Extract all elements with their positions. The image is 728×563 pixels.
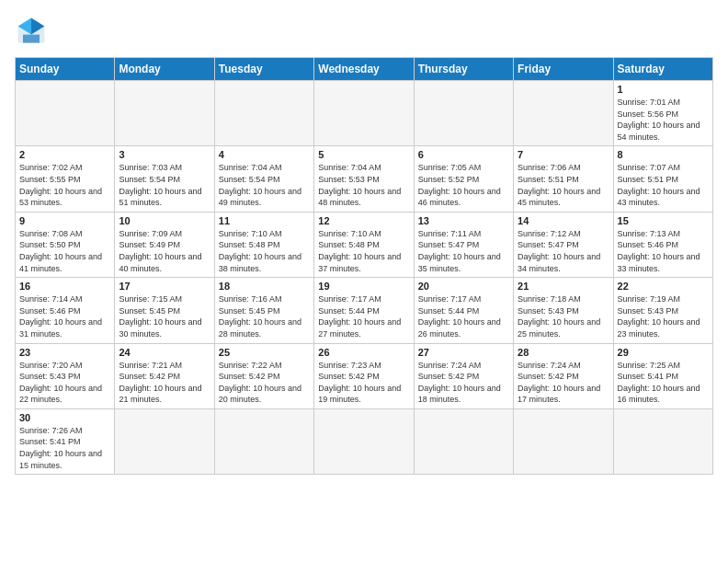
day-cell (514, 408, 613, 474)
day-number: 9 (19, 215, 110, 226)
day-cell: 18Sunrise: 7:16 AM Sunset: 5:45 PM Dayli… (214, 278, 313, 343)
day-cell: 19Sunrise: 7:17 AM Sunset: 5:44 PM Dayli… (314, 278, 414, 343)
day-cell: 17Sunrise: 7:15 AM Sunset: 5:45 PM Dayli… (115, 278, 214, 343)
day-info: Sunrise: 7:10 AM Sunset: 5:48 PM Dayligh… (318, 228, 409, 274)
day-info: Sunrise: 7:26 AM Sunset: 5:41 PM Dayligh… (19, 425, 110, 471)
day-cell (514, 81, 613, 146)
day-info: Sunrise: 7:23 AM Sunset: 5:42 PM Dayligh… (318, 360, 409, 406)
day-info: Sunrise: 7:13 AM Sunset: 5:46 PM Dayligh… (618, 228, 709, 274)
day-number: 7 (518, 149, 609, 160)
day-number: 27 (418, 347, 509, 358)
day-number: 17 (119, 281, 210, 292)
day-number: 6 (418, 149, 509, 160)
day-cell (414, 81, 513, 146)
day-number: 26 (318, 347, 409, 358)
week-row-5: 30Sunrise: 7:26 AM Sunset: 5:41 PM Dayli… (16, 408, 713, 474)
day-info: Sunrise: 7:18 AM Sunset: 5:43 PM Dayligh… (518, 293, 609, 339)
day-cell: 22Sunrise: 7:19 AM Sunset: 5:43 PM Dayli… (613, 278, 712, 343)
day-cell: 4Sunrise: 7:04 AM Sunset: 5:54 PM Daylig… (214, 146, 313, 212)
day-cell (314, 81, 414, 146)
day-info: Sunrise: 7:04 AM Sunset: 5:54 PM Dayligh… (219, 162, 310, 208)
day-cell (414, 408, 513, 474)
day-cell (314, 408, 414, 474)
day-cell (214, 408, 313, 474)
day-number: 14 (518, 215, 609, 226)
day-info: Sunrise: 7:20 AM Sunset: 5:43 PM Dayligh… (19, 360, 110, 406)
week-row-3: 16Sunrise: 7:14 AM Sunset: 5:46 PM Dayli… (16, 278, 713, 343)
day-cell: 26Sunrise: 7:23 AM Sunset: 5:42 PM Dayli… (314, 343, 414, 408)
day-number: 23 (19, 347, 110, 358)
weekday-header-friday: Friday (514, 58, 613, 81)
day-cell: 13Sunrise: 7:11 AM Sunset: 5:47 PM Dayli… (414, 212, 513, 277)
day-info: Sunrise: 7:02 AM Sunset: 5:55 PM Dayligh… (19, 162, 110, 208)
day-cell: 5Sunrise: 7:04 AM Sunset: 5:53 PM Daylig… (314, 146, 414, 212)
day-info: Sunrise: 7:12 AM Sunset: 5:47 PM Dayligh… (518, 228, 609, 274)
day-cell: 29Sunrise: 7:25 AM Sunset: 5:41 PM Dayli… (613, 343, 712, 408)
day-number: 21 (518, 281, 609, 292)
day-cell: 10Sunrise: 7:09 AM Sunset: 5:49 PM Dayli… (115, 212, 214, 277)
day-info: Sunrise: 7:08 AM Sunset: 5:50 PM Dayligh… (19, 228, 110, 274)
week-row-1: 2Sunrise: 7:02 AM Sunset: 5:55 PM Daylig… (16, 146, 713, 212)
day-info: Sunrise: 7:03 AM Sunset: 5:54 PM Dayligh… (119, 162, 210, 208)
day-number: 24 (119, 347, 210, 358)
day-number: 29 (618, 347, 709, 358)
weekday-header-sunday: Sunday (16, 58, 115, 81)
day-info: Sunrise: 7:01 AM Sunset: 5:56 PM Dayligh… (618, 97, 709, 143)
day-cell (115, 81, 214, 146)
day-number: 16 (19, 281, 110, 292)
day-number: 20 (418, 281, 509, 292)
day-cell: 12Sunrise: 7:10 AM Sunset: 5:48 PM Dayli… (314, 212, 414, 277)
day-info: Sunrise: 7:25 AM Sunset: 5:41 PM Dayligh… (618, 360, 709, 406)
day-number: 8 (618, 149, 709, 160)
day-number: 10 (119, 215, 210, 226)
day-number: 1 (618, 84, 709, 95)
general-blue-icon (15, 15, 48, 48)
day-cell: 27Sunrise: 7:24 AM Sunset: 5:42 PM Dayli… (414, 343, 513, 408)
weekday-header-saturday: Saturday (613, 58, 712, 81)
day-info: Sunrise: 7:10 AM Sunset: 5:48 PM Dayligh… (219, 228, 310, 274)
day-cell: 2Sunrise: 7:02 AM Sunset: 5:55 PM Daylig… (16, 146, 115, 212)
svg-rect-3 (23, 35, 40, 43)
day-info: Sunrise: 7:07 AM Sunset: 5:51 PM Dayligh… (618, 162, 709, 208)
day-info: Sunrise: 7:15 AM Sunset: 5:45 PM Dayligh… (119, 293, 210, 339)
day-number: 30 (19, 412, 110, 423)
day-info: Sunrise: 7:09 AM Sunset: 5:49 PM Dayligh… (119, 228, 210, 274)
weekday-header-row: SundayMondayTuesdayWednesdayThursdayFrid… (16, 58, 713, 81)
day-number: 18 (219, 281, 310, 292)
day-number: 15 (618, 215, 709, 226)
day-info: Sunrise: 7:11 AM Sunset: 5:47 PM Dayligh… (418, 228, 509, 274)
day-number: 3 (119, 149, 210, 160)
logo (15, 15, 51, 48)
weekday-header-wednesday: Wednesday (314, 58, 414, 81)
day-cell (613, 408, 712, 474)
day-info: Sunrise: 7:16 AM Sunset: 5:45 PM Dayligh… (219, 293, 310, 339)
day-number: 5 (318, 149, 409, 160)
day-cell (214, 81, 313, 146)
weekday-header-monday: Monday (115, 58, 214, 81)
day-cell: 25Sunrise: 7:22 AM Sunset: 5:42 PM Dayli… (214, 343, 313, 408)
day-cell: 1Sunrise: 7:01 AM Sunset: 5:56 PM Daylig… (613, 81, 712, 146)
day-number: 11 (219, 215, 310, 226)
day-info: Sunrise: 7:05 AM Sunset: 5:52 PM Dayligh… (418, 162, 509, 208)
day-cell: 20Sunrise: 7:17 AM Sunset: 5:44 PM Dayli… (414, 278, 513, 343)
day-cell: 21Sunrise: 7:18 AM Sunset: 5:43 PM Dayli… (514, 278, 613, 343)
page: SundayMondayTuesdayWednesdayThursdayFrid… (0, 0, 728, 563)
day-cell: 28Sunrise: 7:24 AM Sunset: 5:42 PM Dayli… (514, 343, 613, 408)
day-info: Sunrise: 7:17 AM Sunset: 5:44 PM Dayligh… (318, 293, 409, 339)
day-number: 12 (318, 215, 409, 226)
day-info: Sunrise: 7:24 AM Sunset: 5:42 PM Dayligh… (518, 360, 609, 406)
day-cell: 6Sunrise: 7:05 AM Sunset: 5:52 PM Daylig… (414, 146, 513, 212)
week-row-2: 9Sunrise: 7:08 AM Sunset: 5:50 PM Daylig… (16, 212, 713, 277)
day-info: Sunrise: 7:14 AM Sunset: 5:46 PM Dayligh… (19, 293, 110, 339)
day-cell: 15Sunrise: 7:13 AM Sunset: 5:46 PM Dayli… (613, 212, 712, 277)
day-number: 13 (418, 215, 509, 226)
day-cell (16, 81, 115, 146)
day-info: Sunrise: 7:24 AM Sunset: 5:42 PM Dayligh… (418, 360, 509, 406)
day-info: Sunrise: 7:22 AM Sunset: 5:42 PM Dayligh… (219, 360, 310, 406)
day-cell: 30Sunrise: 7:26 AM Sunset: 5:41 PM Dayli… (16, 408, 115, 474)
weekday-header-tuesday: Tuesday (214, 58, 313, 81)
day-cell: 23Sunrise: 7:20 AM Sunset: 5:43 PM Dayli… (16, 343, 115, 408)
day-number: 25 (219, 347, 310, 358)
calendar: SundayMondayTuesdayWednesdayThursdayFrid… (15, 57, 713, 475)
week-row-4: 23Sunrise: 7:20 AM Sunset: 5:43 PM Dayli… (16, 343, 713, 408)
